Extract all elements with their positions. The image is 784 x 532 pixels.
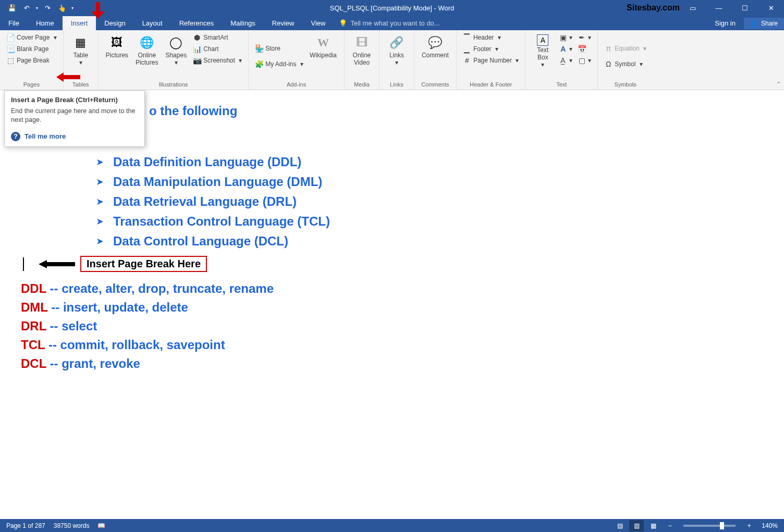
quick-access-toolbar: 💾 ↶ ▾ ↷ 👆 ▾ xyxy=(0,1,75,15)
spell-check-button[interactable]: 📖 xyxy=(97,522,105,529)
def-line: DML -- insert, update, delete xyxy=(21,300,768,315)
addins-icon: 🧩 xyxy=(255,60,263,68)
wordart-button[interactable]: A▾ xyxy=(557,44,574,54)
signature-line-button[interactable]: ✒▾ xyxy=(575,32,593,43)
bullet-item: ➤Data Manipulation Language (DML) xyxy=(96,175,768,189)
close-button[interactable]: ✕ xyxy=(758,0,784,16)
zoom-in-button[interactable]: + xyxy=(742,520,756,531)
my-addins-label: My Add-ins xyxy=(265,60,296,68)
bullet-item: ➤Data Retrieval Language (DRL) xyxy=(96,194,768,209)
tooltip-tell-me-more[interactable]: ? Tell me more xyxy=(11,132,138,141)
online-pictures-button[interactable]: 🌐OnlinePictures xyxy=(132,32,161,80)
group-illustrations: 🖼Pictures 🌐OnlinePictures ◯Shapes▾ ⬢Smar… xyxy=(99,30,249,90)
bullet-text: Data Retrieval Language (DRL) xyxy=(113,194,297,209)
smartart-icon: ⬢ xyxy=(193,33,201,42)
redo-button[interactable]: ↷ xyxy=(41,1,54,15)
shapes-button[interactable]: ◯Shapes▾ xyxy=(162,32,190,80)
screenshot-button[interactable]: 📷Screenshot ▾ xyxy=(191,55,244,66)
cover-page-button[interactable]: 📄Cover Page ▾ xyxy=(4,32,59,43)
text-cursor-icon xyxy=(23,257,24,271)
comment-button[interactable]: 💬Comment xyxy=(419,32,452,80)
group-label-illus: Illustrations xyxy=(103,80,244,89)
chart-button[interactable]: 📊Chart xyxy=(191,44,244,54)
object-button[interactable]: ▢▾ xyxy=(575,55,593,66)
web-layout-button[interactable]: ▦ xyxy=(646,520,660,531)
sign-in-link[interactable]: Sign in xyxy=(706,16,744,30)
qat-dropdown[interactable]: ▾ xyxy=(70,1,75,15)
comment-icon: 💬 xyxy=(427,34,444,51)
store-button[interactable]: 🏪Store xyxy=(253,43,305,54)
pictures-icon: 🖼 xyxy=(108,34,125,51)
footer-label: Footer xyxy=(473,45,492,53)
ribbon-display-button[interactable]: ▭ xyxy=(680,0,706,16)
textbox-button[interactable]: ATextBox▾ xyxy=(530,32,556,80)
dropcap-button[interactable]: A̲▾ xyxy=(557,55,574,66)
tab-references[interactable]: References xyxy=(171,16,222,30)
tab-file[interactable]: File xyxy=(0,16,28,30)
share-label: Share xyxy=(761,20,778,27)
tell-me-search[interactable]: 💡 Tell me what you want to do... xyxy=(334,16,445,30)
tab-view[interactable]: View xyxy=(302,16,334,30)
share-icon: 👤 xyxy=(750,20,758,27)
bullet-text: Transaction Control Language (TCL) xyxy=(113,214,330,229)
quick-parts-button[interactable]: ▣▾ xyxy=(557,32,574,43)
save-button[interactable]: 💾 xyxy=(5,1,19,15)
read-mode-button[interactable]: ▤ xyxy=(612,520,627,531)
wikipedia-label: Wikipedia xyxy=(310,52,337,59)
header-button[interactable]: ▔Header ▾ xyxy=(461,32,521,43)
equation-button[interactable]: πEquation ▾ xyxy=(602,43,648,54)
document-area[interactable]: Insert a Page Break (Ctrl+Return) End th… xyxy=(0,90,784,519)
my-addins-button[interactable]: 🧩My Add-ins ▾ xyxy=(253,59,305,69)
object-icon: ▢ xyxy=(578,56,586,65)
word-count[interactable]: 38750 words xyxy=(54,522,90,529)
touch-mode-button[interactable]: 👆 xyxy=(55,1,69,15)
symbol-button[interactable]: ΩSymbol ▾ xyxy=(602,59,648,69)
page-break-button[interactable]: ⬚Page Break xyxy=(4,55,59,66)
zoom-slider[interactable] xyxy=(683,525,736,527)
group-media: 🎞OnlineVideo Media xyxy=(345,30,379,90)
maximize-button[interactable]: ☐ xyxy=(732,0,758,16)
undo-dropdown[interactable]: ▾ xyxy=(34,1,40,15)
page-number-label: Page Number xyxy=(473,57,512,64)
share-button[interactable]: 👤 Share xyxy=(744,18,784,29)
online-video-button[interactable]: 🎞OnlineVideo xyxy=(349,32,375,80)
undo-button[interactable]: ↶ xyxy=(20,1,33,15)
links-icon: 🔗 xyxy=(388,34,405,51)
page-number-button[interactable]: #Page Number ▾ xyxy=(461,55,521,66)
zoom-out-button[interactable]: − xyxy=(663,520,677,531)
title-bar: 💾 ↶ ▾ ↷ 👆 ▾ SQL_PLSQL [Compatibility Mod… xyxy=(0,0,784,16)
footer-button[interactable]: ▁Footer ▾ xyxy=(461,44,521,54)
pictures-button[interactable]: 🖼Pictures xyxy=(103,32,131,80)
screenshot-icon: 📷 xyxy=(193,56,201,65)
quick-parts-icon: ▣ xyxy=(559,33,567,42)
wikipedia-icon: W xyxy=(315,34,332,51)
print-layout-button[interactable]: ▥ xyxy=(629,520,644,531)
links-label: Links xyxy=(389,52,404,59)
wikipedia-button[interactable]: WWikipedia xyxy=(307,32,340,80)
tooltip-more-label: Tell me more xyxy=(24,132,66,140)
collapse-ribbon-button[interactable]: ⌃ xyxy=(776,81,781,88)
insert-annotation-row: Insert Page Break Here xyxy=(23,256,768,272)
tab-layout[interactable]: Layout xyxy=(134,16,171,30)
smartart-label: SmartArt xyxy=(203,34,228,41)
minimize-button[interactable]: — xyxy=(706,0,732,16)
date-time-button[interactable]: 📅 xyxy=(575,44,593,54)
zoom-level[interactable]: 140% xyxy=(762,522,778,529)
tab-home[interactable]: Home xyxy=(28,16,63,30)
smartart-button[interactable]: ⬢SmartArt xyxy=(191,32,244,43)
cover-page-label: Cover Page xyxy=(17,34,50,41)
header-label: Header xyxy=(473,34,494,41)
links-button[interactable]: 🔗Links▾ xyxy=(384,32,410,80)
bullet-arrow-icon: ➤ xyxy=(96,216,104,227)
tab-review[interactable]: Review xyxy=(264,16,303,30)
zoom-thumb[interactable] xyxy=(720,522,724,529)
ribbon: 📄Cover Page ▾ 📃Blank Page ⬚Page Break Pa… xyxy=(0,30,784,90)
cover-page-icon: 📄 xyxy=(6,33,15,42)
page-indicator[interactable]: Page 1 of 287 xyxy=(6,522,45,529)
bullet-text: Data Control Language (DCL) xyxy=(113,234,288,249)
date-icon: 📅 xyxy=(578,45,586,53)
def-key: DDL xyxy=(21,281,46,295)
blank-page-button[interactable]: 📃Blank Page xyxy=(4,44,59,54)
def-key: DRL xyxy=(21,319,46,333)
tab-mailings[interactable]: Mailings xyxy=(222,16,264,30)
